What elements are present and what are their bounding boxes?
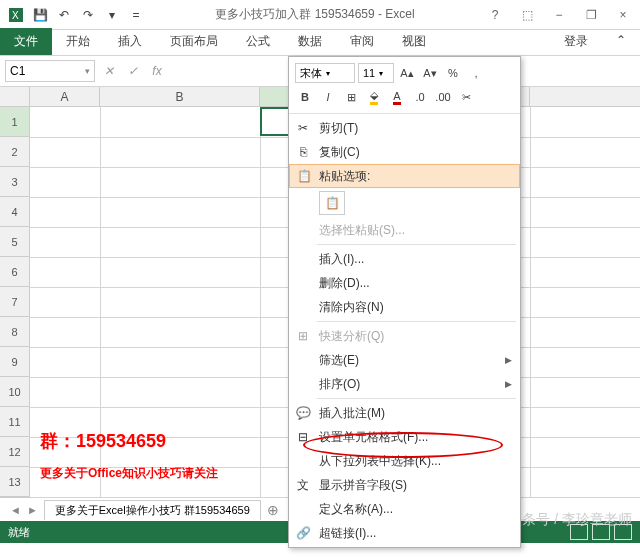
fill-color-icon[interactable]: ⬙ — [364, 87, 384, 107]
comment-icon: 💬 — [295, 405, 311, 421]
menu-dropdown-list[interactable]: 从下拉列表中选择(K)... — [289, 449, 520, 473]
overlay-text-1: 群：159534659 — [40, 429, 166, 453]
row-header-10[interactable]: 10 — [0, 377, 30, 407]
menu-quick-analysis: ⊞快速分析(Q) — [289, 324, 520, 348]
close-button[interactable]: × — [611, 5, 635, 25]
bold-button[interactable]: B — [295, 87, 315, 107]
menu-format-cells[interactable]: ⊟设置单元格格式(F)... — [289, 425, 520, 449]
watermark: 头条号 / 李珍章老师 — [508, 511, 632, 529]
minimize-button[interactable]: − — [547, 5, 571, 25]
tab-data[interactable]: 数据 — [284, 28, 336, 55]
tab-layout[interactable]: 页面布局 — [156, 28, 232, 55]
undo-icon[interactable]: ↶ — [53, 4, 75, 26]
row-header-9[interactable]: 9 — [0, 347, 30, 377]
tab-formulas[interactable]: 公式 — [232, 28, 284, 55]
add-sheet-button[interactable]: ⊕ — [267, 502, 279, 518]
restore-button[interactable]: ❐ — [579, 5, 603, 25]
sheet-tab-active[interactable]: 更多关于Excel操作小技巧 群159534659 — [44, 500, 261, 520]
tab-home[interactable]: 开始 — [52, 28, 104, 55]
name-box[interactable]: C1 ▾ — [5, 60, 95, 82]
format-painter-icon[interactable]: ✂ — [456, 87, 476, 107]
percent-icon[interactable]: % — [443, 63, 463, 83]
fx-icon[interactable]: fx — [147, 61, 167, 81]
sheet-nav-next-icon[interactable]: ► — [27, 504, 38, 516]
row-header-6[interactable]: 6 — [0, 257, 30, 287]
window-controls: ? ⬚ − ❐ × — [483, 5, 635, 25]
row-header-4[interactable]: 4 — [0, 197, 30, 227]
paste-default-button[interactable]: 📋 — [319, 191, 345, 215]
submenu-arrow-icon: ▶ — [505, 355, 512, 365]
italic-button[interactable]: I — [318, 87, 338, 107]
collapse-ribbon-icon[interactable]: ⌃ — [602, 28, 640, 55]
row-header-7[interactable]: 7 — [0, 287, 30, 317]
row-header-3[interactable]: 3 — [0, 167, 30, 197]
menu-clear[interactable]: 清除内容(N) — [289, 295, 520, 319]
row-header-5[interactable]: 5 — [0, 227, 30, 257]
comma-icon[interactable]: , — [466, 63, 486, 83]
tab-review[interactable]: 审阅 — [336, 28, 388, 55]
select-all-corner[interactable] — [0, 87, 30, 106]
row-header-8[interactable]: 8 — [0, 317, 30, 347]
status-ready: 就绪 — [8, 525, 30, 540]
submenu-arrow-icon: ▶ — [505, 379, 512, 389]
paste-option-buttons: 📋 — [289, 188, 520, 218]
window-title: 更多小技巧加入群 159534659 - Excel — [147, 6, 483, 23]
menu-copy[interactable]: ⎘复制(C) — [289, 140, 520, 164]
menu-insert[interactable]: 插入(I)... — [289, 247, 520, 271]
increase-decimal-icon[interactable]: .00 — [433, 87, 453, 107]
ribbon-tabs: 文件 开始 插入 页面布局 公式 数据 审阅 视图 登录 ⌃ — [0, 30, 640, 56]
svg-text:X: X — [12, 10, 19, 21]
increase-font-icon[interactable]: A▴ — [397, 63, 417, 83]
menu-hyperlink[interactable]: 🔗超链接(I)... — [289, 521, 520, 545]
menu-cut[interactable]: ✂剪切(T) — [289, 116, 520, 140]
font-size-select[interactable]: 11▾ — [358, 63, 394, 83]
qat-customize-icon[interactable]: = — [125, 4, 147, 26]
font-select[interactable]: 宋体▾ — [295, 63, 355, 83]
row-header-12[interactable]: 12 — [0, 437, 30, 467]
col-header-b[interactable]: B — [100, 87, 260, 106]
quick-access-toolbar: X 💾 ↶ ↷ ▾ = — [5, 4, 147, 26]
menu-sort[interactable]: 排序(O)▶ — [289, 372, 520, 396]
menu-items: ✂剪切(T) ⎘复制(C) 📋粘贴选项: 📋 选择性粘贴(S)... 插入(I)… — [289, 114, 520, 547]
ribbon-toggle-button[interactable]: ⬚ — [515, 5, 539, 25]
mini-toolbar: 宋体▾ 11▾ A▴ A▾ % , B I ⊞ ⬙ A .0 .00 ✂ — [289, 57, 520, 114]
decrease-decimal-icon[interactable]: .0 — [410, 87, 430, 107]
cut-icon: ✂ — [295, 120, 311, 136]
help-button[interactable]: ? — [483, 5, 507, 25]
overlay-text-2: 更多关于Office知识小技巧请关注 — [40, 465, 218, 482]
menu-filter[interactable]: 筛选(E)▶ — [289, 348, 520, 372]
name-box-value: C1 — [10, 64, 25, 78]
excel-icon: X — [5, 4, 27, 26]
quick-analysis-icon: ⊞ — [295, 328, 311, 344]
copy-icon: ⎘ — [295, 144, 311, 160]
redo-icon[interactable]: ↷ — [77, 4, 99, 26]
cancel-formula-icon[interactable]: ✕ — [99, 61, 119, 81]
menu-paste-options[interactable]: 📋粘贴选项: — [289, 164, 520, 188]
sheet-nav-prev-icon[interactable]: ◄ — [10, 504, 21, 516]
tab-file[interactable]: 文件 — [0, 28, 52, 55]
pinyin-icon: 文 — [295, 477, 311, 493]
menu-paste-special: 选择性粘贴(S)... — [289, 218, 520, 242]
row-header-11[interactable]: 11 — [0, 407, 30, 437]
row-headers: 1 2 3 4 5 6 7 8 9 10 11 12 13 — [0, 107, 30, 497]
font-color-icon[interactable]: A — [387, 87, 407, 107]
decrease-font-icon[interactable]: A▾ — [420, 63, 440, 83]
tab-view[interactable]: 视图 — [388, 28, 440, 55]
menu-pinyin[interactable]: 文显示拼音字段(S) — [289, 473, 520, 497]
save-icon[interactable]: 💾 — [29, 4, 51, 26]
qat-more-icon[interactable]: ▾ — [101, 4, 123, 26]
name-box-dropdown-icon[interactable]: ▾ — [85, 66, 90, 76]
menu-delete[interactable]: 删除(D)... — [289, 271, 520, 295]
col-header-a[interactable]: A — [30, 87, 100, 106]
signin-button[interactable]: 登录 — [550, 28, 602, 55]
row-header-2[interactable]: 2 — [0, 137, 30, 167]
row-header-13[interactable]: 13 — [0, 467, 30, 497]
menu-define-name[interactable]: 定义名称(A)... — [289, 497, 520, 521]
tab-insert[interactable]: 插入 — [104, 28, 156, 55]
enter-formula-icon[interactable]: ✓ — [123, 61, 143, 81]
menu-insert-comment[interactable]: 💬插入批注(M) — [289, 401, 520, 425]
paste-icon: 📋 — [296, 168, 312, 184]
row-header-1[interactable]: 1 — [0, 107, 30, 137]
border-icon[interactable]: ⊞ — [341, 87, 361, 107]
hyperlink-icon: 🔗 — [295, 525, 311, 541]
